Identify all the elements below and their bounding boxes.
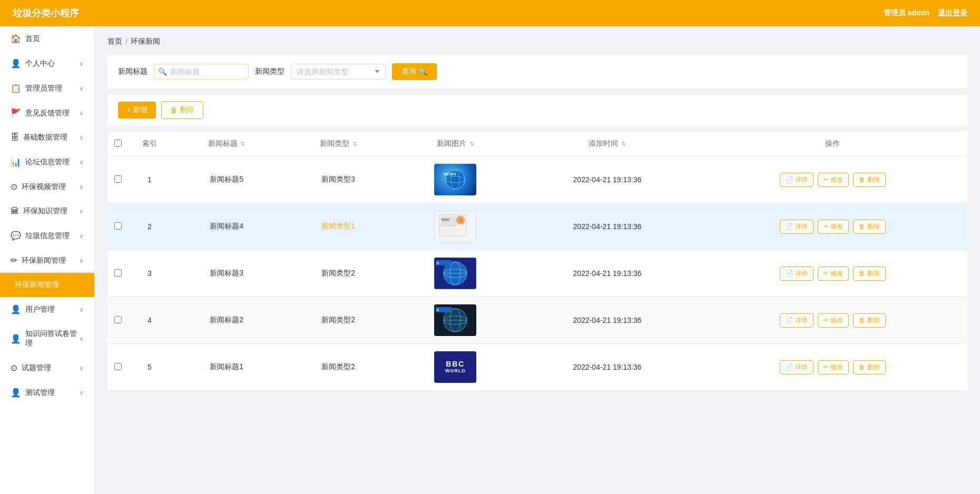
sort-title-icon: ⇅ (240, 141, 245, 147)
search-type-select[interactable]: 请选择新闻类型 新闻类型1 新闻类型2 新闻类型3 (291, 64, 386, 80)
globe-dark-svg: iI (435, 258, 476, 289)
building-icon: 🏛 (11, 206, 19, 216)
quiz-icon: 👤 (11, 334, 21, 344)
sidebar-item-env-video[interactable]: ⊙ 环保视频管理 ∨ (0, 174, 94, 199)
detail-button[interactable]: 📄 详情 (780, 173, 814, 187)
sidebar-item-exam[interactable]: ⊙ 试题管理 ∨ (0, 355, 94, 380)
sidebar-item-env-news[interactable]: 环保新闻管理 (0, 273, 94, 297)
chevron-down-icon: ∨ (79, 85, 84, 92)
svg-text:iI: iI (437, 261, 439, 265)
row-time: 2022-04-21 19:13:36 (517, 156, 698, 203)
chevron-up-icon: ∧ (79, 257, 84, 264)
news-type-link[interactable]: 新闻类型1 (321, 222, 355, 230)
col-time: 添加时间 ⇅ (517, 132, 698, 156)
row-image: NEWS i (394, 203, 516, 250)
svg-text:iI: iI (437, 308, 439, 312)
globe-dark2-svg: iI (435, 305, 476, 335)
breadcrumb-home[interactable]: 首页 (107, 37, 122, 46)
row-checkbox[interactable] (114, 175, 122, 183)
sidebar-item-quiz[interactable]: 👤 知识问答试卷管理 ∨ (0, 322, 94, 355)
edit-button[interactable]: ✏ 修改 (818, 173, 849, 187)
row-index: 2 (129, 203, 171, 250)
layout: 🏠 首页 👤 个人中心 ∨ 📋 管理员管理 ∨ 🚩 意见反馈管理 ∨ 🗄 基础数… (0, 26, 980, 494)
edit-button[interactable]: ✏ 修改 (818, 313, 849, 328)
delete-icon: 🗑 (170, 106, 178, 114)
logout-button[interactable]: 退出登录 (938, 8, 967, 18)
app-title: 垃圾分类小程序 (13, 7, 79, 19)
sidebar-item-trash-info[interactable]: 💬 垃圾信息管理 ∨ (0, 223, 94, 248)
sidebar-item-forum[interactable]: 📊 论坛信息管理 ∨ (0, 150, 94, 174)
table-row: 1 新闻标题5 新闻类型3 NEWS (107, 156, 967, 203)
chevron-down-icon: ∨ (79, 183, 84, 191)
search-type-label: 新闻类型 (255, 67, 285, 76)
user-icon: 👤 (11, 304, 21, 314)
col-checkbox (107, 132, 129, 156)
col-action: 操作 (698, 132, 967, 156)
edit-button[interactable]: ✏ 修改 (818, 360, 849, 374)
database-icon: 🗄 (11, 133, 19, 142)
query-icon: 🔍 (418, 67, 427, 76)
row-checkbox[interactable] (114, 316, 122, 323)
row-checkbox[interactable] (114, 269, 122, 276)
select-all-checkbox[interactable] (114, 140, 122, 147)
edit-button[interactable]: ✏ 修改 (818, 220, 849, 234)
clipboard-icon: 📋 (11, 83, 21, 93)
query-button[interactable]: 查询 🔍 (392, 63, 437, 80)
add-button[interactable]: + 新增 (118, 102, 156, 118)
edit-button[interactable]: ✏ 修改 (818, 266, 849, 281)
chevron-down-icon: ∨ (79, 208, 84, 215)
sidebar-item-env-knowledge[interactable]: 🏛 环保知识管理 ∨ (0, 199, 94, 223)
sidebar-item-label: 意见反馈管理 (25, 108, 79, 118)
sidebar-item-user-manage[interactable]: 👤 用户管理 ∨ (0, 297, 94, 322)
col-type: 新闻类型 ⇅ (282, 132, 394, 156)
bbc-logo: BBC WORLD (445, 360, 466, 373)
sidebar-item-test[interactable]: 👤 测试管理 ∨ (0, 380, 94, 405)
batch-delete-button[interactable]: 🗑 删除 (161, 101, 203, 119)
row-checkbox[interactable] (114, 222, 122, 230)
table-row: 3 新闻标题3 新闻类型2 (107, 250, 967, 297)
chevron-down-icon: ∨ (79, 389, 84, 397)
main-content: 首页 / 环保新闻 新闻标题 🔍 新闻类型 请选择新闻类型 新闻类型1 新闻类型… (95, 26, 980, 494)
edit-icon: ✏ (11, 255, 17, 265)
sidebar-item-feedback[interactable]: 🚩 意见反馈管理 ∨ (0, 101, 94, 125)
sort-image-icon: ⇅ (469, 141, 474, 147)
col-image: 新闻图片 ⇅ (394, 132, 516, 156)
row-checkbox[interactable] (114, 363, 122, 370)
table-row: 5 新闻标题1 新闻类型2 BBC WORLD 2022-04-21 19: (107, 344, 967, 391)
col-title: 新闻标题 ⇅ (171, 132, 282, 156)
sidebar: 🏠 首页 👤 个人中心 ∨ 📋 管理员管理 ∨ 🚩 意见反馈管理 ∨ 🗄 基础数… (0, 26, 95, 494)
delete-button[interactable]: 🗑 删除 (853, 173, 885, 187)
chevron-down-icon: ∨ (79, 110, 84, 117)
chevron-down-icon: ∨ (79, 364, 84, 372)
row-checkbox-cell (107, 344, 129, 391)
row-title: 新闻标题3 (171, 250, 282, 297)
detail-button[interactable]: 📄 详情 (780, 313, 814, 328)
detail-button[interactable]: 📄 详情 (780, 266, 814, 281)
sidebar-item-personal[interactable]: 👤 个人中心 ∨ (0, 51, 94, 76)
detail-button[interactable]: 📄 详情 (780, 220, 814, 234)
detail-button[interactable]: 📄 详情 (780, 360, 814, 374)
delete-button[interactable]: 🗑 删除 (853, 220, 885, 234)
news-image: NEWS (434, 164, 476, 195)
sidebar-item-admin-manage[interactable]: 📋 管理员管理 ∨ (0, 76, 94, 101)
col-index: 索引 (129, 132, 171, 156)
delete-button[interactable]: 🗑 删除 (853, 360, 885, 374)
breadcrumb-separator: / (125, 37, 128, 46)
sidebar-item-basic-data[interactable]: 🗄 基础数据管理 ∨ (0, 125, 94, 150)
sidebar-item-label: 首页 (25, 34, 84, 44)
add-label: + 新增 (126, 105, 148, 115)
table-body: 1 新闻标题5 新闻类型3 NEWS (107, 156, 967, 391)
delete-button[interactable]: 🗑 删除 (853, 266, 885, 281)
sidebar-item-label: 环保新闻管理 (15, 280, 84, 290)
delete-button[interactable]: 🗑 删除 (853, 313, 885, 328)
search-title-input[interactable] (154, 64, 249, 80)
person-icon: 👤 (11, 58, 21, 68)
sort-time-icon: ⇅ (621, 141, 626, 147)
sidebar-item-home[interactable]: 🏠 首页 (0, 26, 94, 51)
action-bar: + 新增 🗑 删除 (107, 95, 967, 125)
table: 索引 新闻标题 ⇅ 新闻类型 ⇅ 新闻图片 ⇅ 添加时间 ⇅ 操作 1 (107, 132, 967, 391)
chevron-down-icon: ∨ (79, 232, 84, 240)
table-row: 4 新闻标题2 新闻类型2 (107, 297, 967, 344)
exam-icon: ⊙ (11, 363, 17, 373)
sidebar-item-env-news-parent[interactable]: ✏ 环保新闻管理 ∧ (0, 248, 94, 273)
